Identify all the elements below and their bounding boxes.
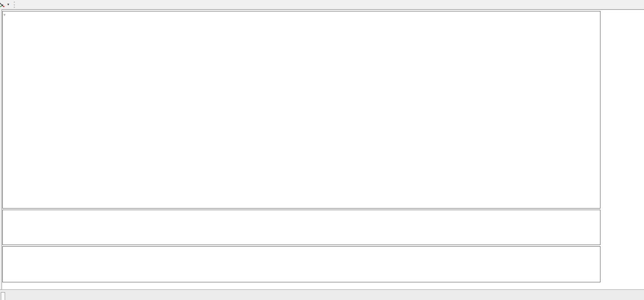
date-axis[interactable] [2, 283, 600, 290]
rsi-canvas[interactable] [3, 210, 600, 245]
chevron-down-icon[interactable]: ▼ [7, 3, 10, 6]
rsi-pane[interactable] [2, 210, 600, 245]
timeframe-toolbar: ▼ [0, 0, 644, 9]
macd-canvas[interactable] [3, 247, 600, 282]
price-chart-canvas[interactable] [3, 11, 600, 208]
macd-label [5, 248, 6, 252]
chart-window: ▼ [2, 9, 644, 290]
chart-tab-bar [0, 289, 644, 300]
rsi-label [5, 211, 6, 216]
tabbar-arrows [633, 297, 644, 300]
mt4-window: ▼ ▼ [0, 0, 644, 300]
tabbar-scroll-stub[interactable] [1, 292, 5, 300]
crosshair-icon[interactable] [0, 2, 6, 8]
chart-shift-marker-icon[interactable]: ▼ [3, 13, 6, 17]
price-axis[interactable] [600, 10, 644, 282]
toolbar-grip[interactable] [14, 2, 17, 8]
price-pane[interactable]: ▼ [2, 11, 600, 209]
macd-pane[interactable] [2, 246, 600, 282]
